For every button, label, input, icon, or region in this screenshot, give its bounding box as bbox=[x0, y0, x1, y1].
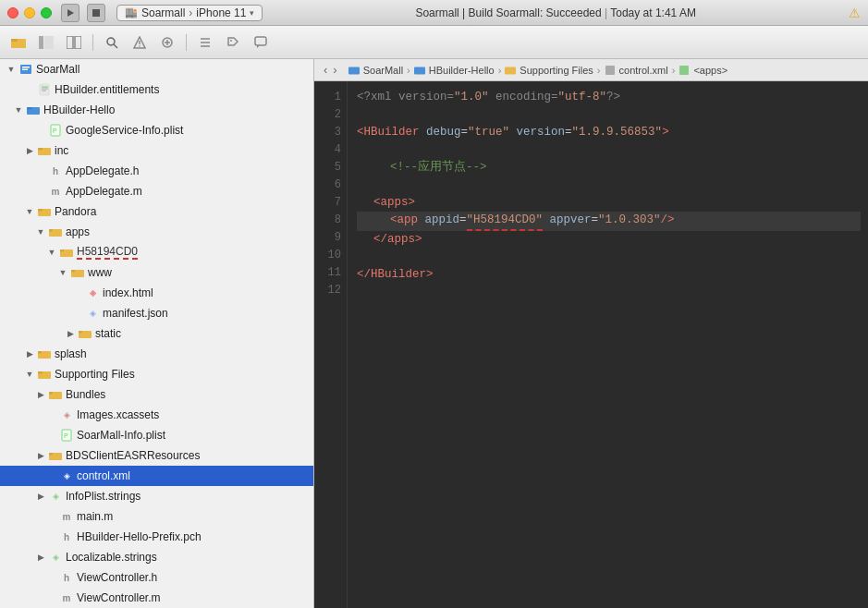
toggle-inc[interactable] bbox=[22, 143, 37, 158]
toggle-soarmall[interactable] bbox=[4, 62, 18, 77]
sidebar-item-soarmall-info[interactable]: P SoarMall-Info.plist bbox=[0, 425, 313, 445]
svg-rect-6 bbox=[75, 36, 81, 49]
sidebar-item-static[interactable]: static bbox=[0, 323, 313, 344]
titlebar: 🏬 Soarmall › iPhone 11 ▾ Soarmall | Buil… bbox=[0, 0, 868, 26]
comment-text: <!--应用节点--> bbox=[390, 159, 487, 176]
toggle-localizable[interactable] bbox=[33, 550, 48, 565]
sidebar-label-control-xml: control.xml bbox=[77, 469, 130, 482]
code-line-6 bbox=[357, 176, 861, 194]
comment-toolbar-button[interactable] bbox=[250, 31, 272, 54]
breadcrumb-item-apps-tag[interactable]: <apps> bbox=[679, 65, 727, 76]
back-button[interactable]: ‹ bbox=[322, 63, 329, 77]
toggle-bdsclient[interactable] bbox=[33, 448, 48, 463]
hide-navigator-button[interactable] bbox=[35, 31, 57, 54]
svg-rect-3 bbox=[39, 36, 43, 49]
toggle-splash[interactable] bbox=[22, 347, 37, 361]
main-content: SoarMall HBuilder.entitlements HBuilder-… bbox=[0, 59, 868, 608]
breadcrumb-item-hbuilder[interactable]: HBuilder-Hello bbox=[414, 65, 495, 76]
toolbar bbox=[0, 26, 868, 59]
apps-open-tag: <apps> bbox=[373, 194, 415, 212]
h3-file-icon: h bbox=[59, 570, 74, 585]
scheme-selector[interactable]: 🏬 Soarmall › iPhone 11 ▾ bbox=[116, 5, 263, 21]
fix-toolbar-button[interactable] bbox=[156, 31, 178, 54]
sidebar-item-appdelegate-m[interactable]: m AppDelegate.m bbox=[0, 181, 313, 201]
stop-button[interactable] bbox=[87, 4, 105, 22]
toggle-bundles[interactable] bbox=[33, 387, 48, 402]
sidebar-label-main-m: main.m bbox=[77, 510, 113, 523]
toggle-pandora[interactable] bbox=[22, 204, 37, 219]
svg-rect-63 bbox=[605, 66, 615, 75]
sidebar-item-hbuilder-prefix[interactable]: h HBuilder-Hello-Prefix.pch bbox=[0, 527, 313, 547]
sidebar-item-appdelegate-h[interactable]: h AppDelegate.h bbox=[0, 161, 313, 181]
maximize-button[interactable] bbox=[41, 7, 52, 18]
sidebar-item-hbuilder-hello[interactable]: HBuilder-Hello bbox=[0, 100, 313, 120]
sidebar-item-localizable[interactable]: ◈ Localizable.strings bbox=[0, 547, 313, 567]
close-button[interactable] bbox=[7, 7, 18, 18]
breadcrumb-bar: ‹ › SoarMall › HBuilder-Hello › Supporti… bbox=[314, 59, 868, 81]
sidebar-item-h58194cd0[interactable]: H58194CD0 bbox=[0, 242, 313, 262]
line-numbers: 1 2 3 4 5 6 7 8 9 10 11 12 bbox=[314, 81, 348, 608]
sidebar-item-infoplist-strings[interactable]: ◈ InfoPlist.strings bbox=[0, 486, 313, 506]
h-file-icon: h bbox=[48, 164, 63, 178]
sidebar-item-entitlements[interactable]: HBuilder.entitlements bbox=[0, 79, 313, 100]
sidebar-item-main-m[interactable]: m main.m bbox=[0, 506, 313, 527]
sidebar-item-bdsclient[interactable]: BDSClientEASRResources bbox=[0, 445, 313, 466]
svg-rect-64 bbox=[679, 66, 689, 75]
svg-rect-4 bbox=[44, 36, 54, 49]
sidebar-item-xcassets[interactable]: ◈ Images.xcassets bbox=[0, 405, 313, 425]
breadcrumb-item-supporting[interactable]: Supporting Files bbox=[505, 65, 593, 76]
sidebar-label-appdelegate-h: AppDelegate.h bbox=[66, 164, 139, 177]
folder-pandora-icon bbox=[37, 204, 52, 219]
toggle-infoplist[interactable] bbox=[33, 489, 48, 504]
plist-icon: P bbox=[48, 123, 63, 138]
sidebar-item-control-xml[interactable]: ◈ control.xml bbox=[0, 466, 313, 486]
sidebar: SoarMall HBuilder.entitlements HBuilder-… bbox=[0, 59, 314, 608]
sidebar-item-viewcontroller-h[interactable]: h ViewController.h bbox=[0, 567, 313, 588]
sidebar-item-index-html[interactable]: ◈ index.html bbox=[0, 283, 313, 303]
list-toolbar-button[interactable] bbox=[194, 31, 216, 54]
toggle-apps[interactable] bbox=[33, 225, 48, 239]
breadcrumb-item-soarmall[interactable]: SoarMall bbox=[348, 65, 403, 76]
svg-rect-2 bbox=[11, 39, 18, 42]
minimize-button[interactable] bbox=[24, 7, 35, 18]
sidebar-label-soarmall-info: SoarMall-Info.plist bbox=[77, 429, 165, 442]
code-editor[interactable]: 1 2 3 4 5 6 7 8 9 10 11 12 <?xml versi bbox=[314, 81, 868, 608]
sidebar-item-manifest-json[interactable]: ◈ manifest.json bbox=[0, 303, 313, 323]
toggle-hbuilder-hello[interactable] bbox=[11, 103, 26, 117]
sidebar-item-inc[interactable]: inc bbox=[0, 140, 313, 161]
code-content: <?xml version="1.0" encoding="utf-8"?> <… bbox=[348, 81, 868, 608]
sidebar-item-viewcontroller-m[interactable]: m ViewController.m bbox=[0, 588, 313, 608]
breadcrumb-item-controlxml[interactable]: control.xml bbox=[605, 65, 668, 76]
sep2: › bbox=[498, 65, 502, 76]
toggle-supporting[interactable] bbox=[22, 367, 37, 382]
sidebar-item-apps[interactable]: apps bbox=[0, 222, 313, 242]
sidebar-label-soarmall: SoarMall bbox=[36, 63, 79, 76]
sidebar-item-bundles[interactable]: Bundles bbox=[0, 384, 313, 405]
folder-apps-icon bbox=[48, 225, 63, 239]
warning-toolbar-button[interactable] bbox=[128, 31, 151, 54]
toggle-h58[interactable] bbox=[44, 245, 59, 260]
code-area: 1 2 3 4 5 6 7 8 9 10 11 12 <?xml versi bbox=[314, 81, 868, 608]
search-toolbar-button[interactable] bbox=[101, 31, 123, 54]
folder-toolbar-button[interactable] bbox=[7, 31, 30, 54]
svg-rect-35 bbox=[38, 209, 43, 212]
svg-rect-29 bbox=[27, 107, 32, 110]
toggle-static[interactable] bbox=[63, 326, 78, 341]
run-button[interactable] bbox=[61, 4, 79, 22]
sidebar-item-www[interactable]: www bbox=[0, 262, 313, 283]
sidebar-item-splash[interactable]: splash bbox=[0, 344, 313, 364]
folder-blue-small-icon bbox=[414, 65, 425, 76]
toggle-www[interactable] bbox=[55, 265, 70, 280]
sidebar-item-pandora[interactable]: Pandora bbox=[0, 201, 313, 222]
sidebar-item-googleservice[interactable]: P GoogleService-Info.plist bbox=[0, 120, 313, 140]
sidebar-item-supporting-files[interactable]: Supporting Files bbox=[0, 364, 313, 384]
forward-button[interactable]: › bbox=[331, 63, 338, 77]
tag-toolbar-button[interactable] bbox=[222, 31, 244, 54]
sidebar-item-soarmall[interactable]: SoarMall bbox=[0, 59, 313, 79]
m3-file-icon: m bbox=[59, 590, 74, 605]
split-editor-button[interactable] bbox=[63, 31, 85, 54]
tag-small-icon bbox=[679, 65, 690, 76]
folder-www-icon bbox=[70, 265, 85, 280]
svg-marker-20 bbox=[257, 45, 260, 48]
json-file-icon: ◈ bbox=[85, 306, 100, 321]
